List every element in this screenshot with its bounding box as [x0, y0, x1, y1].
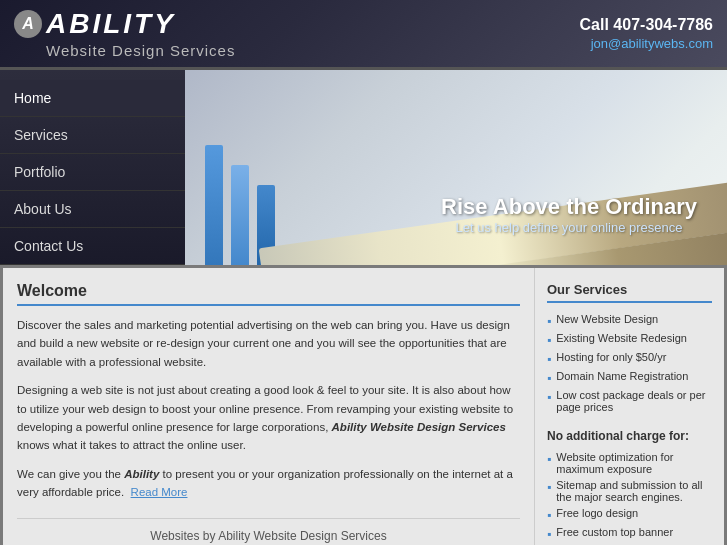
service-item-5: Low cost package deals or per page price…	[547, 387, 712, 415]
logo-ability-text: ABILITY	[46, 8, 176, 40]
page-header: A ABILITY Website Design Services Call 4…	[0, 0, 727, 70]
sidebar-services-title: Our Services	[547, 282, 712, 303]
sidebar-no-charge-list: Website optimization for maximum exposur…	[547, 449, 712, 545]
main-content: Welcome Discover the sales and marketing…	[3, 268, 534, 545]
welcome-para3: We can give you the Ability to present y…	[17, 465, 520, 502]
nav-hero-section: Home Services Portfolio About Us Contact…	[0, 70, 727, 265]
nav-item-about[interactable]: About Us	[0, 191, 185, 228]
no-charge-item-2: Sitemap and submission to all the major …	[547, 477, 712, 505]
hero-title: Rise Above the Ordinary	[441, 194, 697, 220]
no-charge-item-1: Website optimization for maximum exposur…	[547, 449, 712, 477]
service-item-3: Hosting for only $50/yr	[547, 349, 712, 368]
welcome-para1: Discover the sales and marketing potenti…	[17, 316, 520, 371]
content-wrapper: Welcome Discover the sales and marketing…	[3, 268, 724, 545]
no-charge-item-3: Free logo design	[547, 505, 712, 524]
svg-text:A: A	[21, 15, 34, 32]
email-link[interactable]: jon@abilitywebs.com	[580, 36, 713, 51]
logo-area: A ABILITY Website Design Services	[14, 8, 235, 59]
contact-info: Call 407-304-7786 jon@abilitywebs.com	[580, 16, 713, 51]
hero-section: Rise Above the Ordinary Let us help defi…	[185, 70, 727, 265]
phone-number: Call 407-304-7786	[580, 16, 713, 34]
big-pencil-2	[261, 232, 727, 265]
logo-tagline: Website Design Services	[46, 42, 235, 59]
nav-item-portfolio[interactable]: Portfolio	[0, 154, 185, 191]
read-more-link[interactable]: Read More	[131, 486, 188, 498]
logo-top: A ABILITY	[14, 8, 235, 40]
welcome-para2: Designing a web site is not just about c…	[17, 381, 520, 455]
main-wrapper: Welcome Discover the sales and marketing…	[0, 265, 727, 545]
big-pencil-container	[257, 115, 727, 265]
welcome-title: Welcome	[17, 282, 520, 306]
pencil-2	[231, 165, 249, 265]
nav-item-home[interactable]: Home	[0, 80, 185, 117]
sidebar-services-list: New Website Design Existing Website Rede…	[547, 311, 712, 415]
nav-item-contact[interactable]: Contact Us	[0, 228, 185, 265]
no-charge-item-4: Free custom top banner	[547, 524, 712, 543]
footer-tagline: Websites by Ability Website Design Servi…	[17, 518, 520, 543]
hero-subtitle: Let us help define your online presence	[441, 220, 697, 235]
para2-em: Ability Website Design Services	[332, 421, 506, 433]
pencil-1	[205, 145, 223, 265]
no-charge-title: No additional charge for:	[547, 429, 712, 443]
para3-em: Ability	[124, 468, 159, 480]
service-item-1: New Website Design	[547, 311, 712, 330]
para3-start: We can give you the	[17, 468, 121, 480]
para2-end: knows what it takes to attract the onlin…	[17, 439, 246, 451]
service-item-2: Existing Website Redesign	[547, 330, 712, 349]
nav-item-services[interactable]: Services	[0, 117, 185, 154]
hero-text: Rise Above the Ordinary Let us help defi…	[441, 194, 697, 235]
service-item-4: Domain Name Registration	[547, 368, 712, 387]
pencil-decoration	[205, 145, 275, 265]
navigation: Home Services Portfolio About Us Contact…	[0, 70, 185, 265]
pencil-3	[257, 185, 275, 265]
sidebar: Our Services New Website Design Existing…	[534, 268, 724, 545]
logo-icon: A	[14, 10, 42, 38]
